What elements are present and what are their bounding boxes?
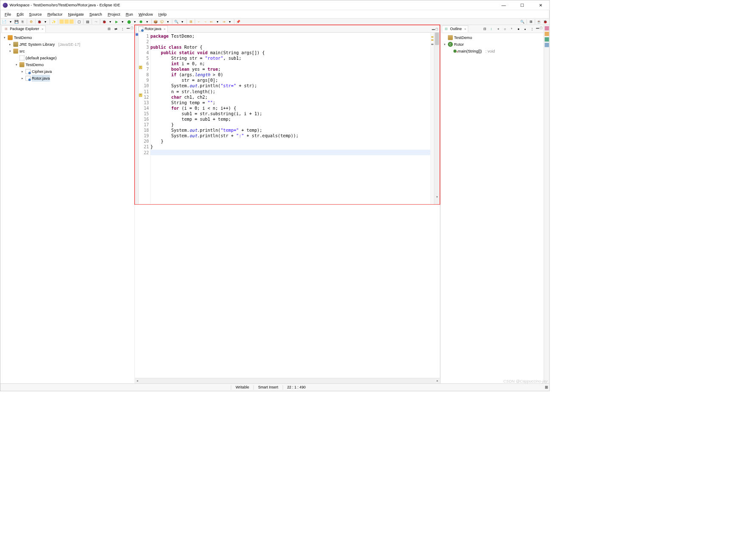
dropdown-icon[interactable]: ▾ <box>165 19 171 24</box>
coverage-icon[interactable]: ⬤ <box>126 19 131 24</box>
horizontal-scrollbar[interactable]: ◂ ▸ <box>135 378 440 383</box>
dropdown-icon[interactable]: ▾ <box>132 19 138 24</box>
scrollbar-thumb[interactable] <box>435 33 439 45</box>
menu-edit[interactable]: Edit <box>14 11 26 17</box>
close-icon[interactable]: × <box>42 27 44 31</box>
dropdown-icon[interactable]: ▾ <box>215 19 220 24</box>
outline-package[interactable]: TestDemo <box>443 34 541 41</box>
hide-fields-icon[interactable]: ○ <box>502 26 508 31</box>
menu-file[interactable]: File <box>2 11 14 17</box>
dropdown-icon[interactable]: ▾ <box>227 19 233 24</box>
dropdown-icon[interactable]: ▾ <box>8 19 13 24</box>
search-icon[interactable]: 🔍 <box>173 19 179 24</box>
file-node[interactable]: ▸Cipher.java <box>3 68 132 75</box>
menu-refactor[interactable]: Refactor <box>45 11 65 17</box>
maximize-pane-icon[interactable]: ▢ <box>131 26 134 31</box>
scroll-right-icon[interactable]: ▸ <box>435 379 440 383</box>
filter-icon[interactable]: ⌖ <box>495 26 501 31</box>
menu-help[interactable]: Help <box>156 11 169 17</box>
close-icon[interactable]: × <box>464 27 466 31</box>
java-perspective-icon[interactable]: ☕ <box>536 19 542 24</box>
save-all-icon[interactable]: ⎘ <box>20 19 25 24</box>
project-node[interactable]: ▾TestDemo <box>3 34 132 41</box>
next-icon[interactable]: ⇒ <box>221 19 226 24</box>
package-explorer-tab[interactable]: ⊞ Package Explorer × <box>2 25 46 32</box>
new-package-icon[interactable]: 📦 <box>153 19 159 24</box>
open-type-icon[interactable]: ⊞ <box>188 19 193 24</box>
collapse-icon[interactable]: ⊟ <box>106 26 112 31</box>
dropdown-icon[interactable]: ▾ <box>180 19 185 24</box>
debug-perspective-icon[interactable]: 🐞 <box>543 19 548 24</box>
menu-source[interactable]: Source <box>27 11 45 17</box>
build-icon[interactable]: ⚙ <box>28 19 34 24</box>
terminal-icon[interactable]: ▢ <box>76 19 82 24</box>
editor[interactable]: !! 12345678910111213141516171819202122 p… <box>135 33 439 204</box>
view-menu-icon[interactable]: ⋮ <box>120 26 126 31</box>
outline-method[interactable]: smain(String[]) : void <box>443 48 541 55</box>
outline-icon[interactable] <box>544 37 549 42</box>
dropdown-icon[interactable]: ▾ <box>108 19 113 24</box>
library-node[interactable]: ▸JRE System Library [JavaSE-17] <box>3 41 132 48</box>
dropdown-icon[interactable]: ▾ <box>145 19 150 24</box>
external-icon[interactable]: ⬣ <box>138 19 144 24</box>
scroll-left-icon[interactable]: ◂ <box>135 379 140 383</box>
wand-icon[interactable]: ✨ <box>51 19 57 24</box>
minimize-pane-icon[interactable]: ▬ <box>127 26 130 31</box>
view-menu-icon[interactable]: ⋮ <box>529 26 535 31</box>
outline-class[interactable]: ▾CRotor <box>443 41 541 48</box>
hide-nonpublic-icon[interactable]: ● <box>516 26 521 31</box>
editor-tab[interactable]: Rotor.java × <box>136 25 167 32</box>
menu-run[interactable]: Run <box>123 11 136 17</box>
maximize-pane-icon[interactable]: ▢ <box>435 27 438 31</box>
sort-icon[interactable]: ↕ <box>488 26 494 31</box>
overview-ruler[interactable] <box>430 33 434 204</box>
default-package-node[interactable]: (default package) <box>3 55 132 61</box>
save-icon[interactable]: 💾 <box>14 19 20 24</box>
hide-local-icon[interactable]: ⬥ <box>522 26 528 31</box>
pin-icon[interactable]: 📌 <box>235 19 241 24</box>
bookmark-icon[interactable] <box>544 43 549 47</box>
src-node[interactable]: ▾src <box>3 48 132 55</box>
minimize-button[interactable]: — <box>497 1 510 9</box>
scroll-down-icon[interactable]: ▾ <box>434 195 439 199</box>
maximize-pane-icon[interactable]: ▢ <box>540 26 543 31</box>
dropdown-icon[interactable]: ▾ <box>120 19 126 24</box>
code-area[interactable]: package TestDemo; public class Rotor { p… <box>151 33 430 204</box>
maximize-button[interactable]: ☐ <box>516 1 528 9</box>
prev-icon[interactable]: ⇐ <box>209 19 214 24</box>
close-icon[interactable]: × <box>164 27 166 31</box>
back-icon[interactable]: ← <box>196 19 202 24</box>
task-list-icon[interactable] <box>544 32 549 36</box>
vertical-scrollbar[interactable]: ▴ ▾ <box>434 33 440 204</box>
menu-navigate[interactable]: Navigate <box>66 11 86 17</box>
outline-tab[interactable]: ⊟ Outline × <box>442 25 469 32</box>
package-node[interactable]: ▾TestDemo <box>3 61 132 68</box>
run-icon[interactable]: ▶ <box>114 19 119 24</box>
cheat-sheet-icon[interactable] <box>544 26 549 31</box>
link-icon[interactable]: ⇄ <box>113 26 119 31</box>
console-icon[interactable]: ▤ <box>85 19 90 24</box>
menu-project[interactable]: Project <box>105 11 123 17</box>
search-icon[interactable]: 🔍 <box>520 19 525 24</box>
hide-static-icon[interactable]: ˢ <box>509 26 514 31</box>
menu-window[interactable]: Window <box>136 11 155 17</box>
close-button[interactable]: ✕ <box>535 1 547 9</box>
file-node[interactable]: ▸Rotor.java <box>3 75 132 82</box>
skip-icon[interactable]: ⤳ <box>93 19 99 24</box>
new-icon[interactable]: 📄 <box>2 19 7 24</box>
toggle-icon[interactable] <box>59 19 64 24</box>
menu-search[interactable]: Search <box>87 11 105 17</box>
toggle-icon[interactable] <box>70 19 74 24</box>
forward-icon[interactable]: → <box>203 19 208 24</box>
debug-icon[interactable]: 🐞 <box>37 19 42 24</box>
dropdown-icon[interactable]: ▾ <box>43 19 48 24</box>
focus-icon[interactable]: ⊡ <box>482 26 487 31</box>
minimize-pane-icon[interactable]: ▬ <box>432 27 435 31</box>
status-icon[interactable]: ⊞ <box>541 385 549 389</box>
perspective-icon[interactable]: ⊞ <box>528 19 533 24</box>
toggle-icon[interactable] <box>64 19 69 24</box>
new-class-icon[interactable]: Ⓒ <box>159 19 165 24</box>
outline-method-label: main(String[]) <box>458 48 482 55</box>
debug-run-icon[interactable]: 🐞 <box>101 19 107 24</box>
minimize-pane-icon[interactable]: ▬ <box>536 26 539 31</box>
